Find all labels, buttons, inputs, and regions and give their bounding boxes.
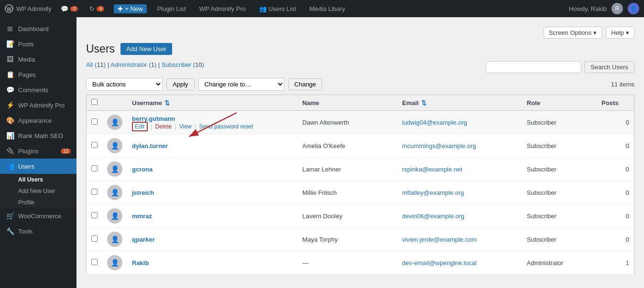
media-library-link[interactable]: Media Libary (306, 5, 348, 12)
sidebar-item-plugins[interactable]: 🔌 Plugins 10 (0, 143, 76, 159)
row-name-cell: Dawn Altenwerth (297, 111, 397, 134)
username-link[interactable]: mmraz (132, 213, 152, 220)
row-checkbox[interactable] (91, 165, 98, 171)
username-link[interactable]: berry.gutmann (132, 115, 175, 122)
table-row: 👤 gcrona Lamar Lehner rspinka@example.ne… (87, 158, 634, 181)
row-checkbox[interactable] (91, 212, 98, 218)
updates-item[interactable]: ↻ 9 (87, 5, 106, 12)
avatar: 👤 (107, 208, 122, 224)
howdy-text: Howdy, Rakib (569, 5, 607, 12)
row-posts-cell: 0 (597, 111, 634, 134)
search-users-input[interactable] (486, 61, 581, 73)
filter-subscriber-link[interactable]: Subscriber (10) (162, 61, 204, 68)
sidebar-label-plugins: Plugins (18, 148, 39, 155)
submenu-all-users[interactable]: All Users (0, 174, 76, 185)
avatar: 👤 (107, 232, 122, 247)
username-link[interactable]: Rakib (132, 259, 149, 267)
row-checkbox[interactable] (91, 189, 98, 195)
sidebar-item-appearance[interactable]: 🎨 Appearance (0, 113, 76, 128)
help-button[interactable]: Help ▾ (606, 27, 634, 39)
sidebar-label-dashboard: Dashboard (18, 25, 49, 32)
change-role-select[interactable]: Change role to… (198, 78, 284, 91)
dashboard-icon: ⊞ (6, 25, 14, 32)
sidebar-item-posts[interactable]: 📝 Posts (0, 36, 76, 52)
delete-link[interactable]: Delete (155, 123, 172, 130)
screen-options-button[interactable]: Screen Options ▾ (544, 27, 602, 39)
send-password-reset-link[interactable]: Send password reset (199, 123, 253, 130)
posts-count-link[interactable]: 1 (626, 259, 629, 267)
sidebar-item-woocommerce[interactable]: 🛒 WooCommerce (0, 208, 76, 224)
row-name-cell: Millie Fritsch (297, 181, 397, 204)
avatar: 👤 (107, 255, 122, 270)
screen-options-bar: Screen Options ▾ Help ▾ (86, 27, 634, 39)
row-name-cell: — (297, 251, 397, 275)
email-link[interactable]: ludwig04@example.org (402, 119, 467, 126)
wp-wrap: ⊞ Dashboard 📝 Posts 🖼 Media 📋 Pages 💬 Co… (0, 17, 644, 288)
username-link[interactable]: gcrona (132, 166, 153, 173)
users-table-body: 👤 berry.gutmann Edit | Delete | View | (87, 111, 634, 275)
new-button[interactable]: ✚ + New (114, 4, 146, 13)
avatar[interactable]: R (611, 3, 623, 14)
email-link[interactable]: dev-email@wpengine.local (402, 259, 477, 267)
select-all-checkbox[interactable] (91, 99, 98, 105)
row-role-cell: Subscriber (522, 228, 597, 251)
edit-button[interactable]: Edit (132, 122, 148, 131)
sidebar-label-appearance: Appearance (18, 117, 52, 124)
email-link[interactable]: vivien.jerde@example.com (402, 236, 477, 243)
row-posts-cell: 0 (597, 158, 634, 181)
sidebar-label-woocommerce: WooCommerce (18, 213, 61, 220)
filter-all-link[interactable]: All (11) (86, 61, 106, 68)
plugins-icon: 🔌 (6, 147, 14, 155)
plugin-list-link[interactable]: Plugin List (154, 5, 189, 12)
user-icon-button[interactable]: 👤 (628, 3, 639, 14)
row-checkbox[interactable] (91, 142, 98, 148)
add-new-user-button[interactable]: Add New User (120, 43, 172, 55)
sidebar-item-pages[interactable]: 📋 Pages (0, 67, 76, 82)
submenu-add-new-user[interactable]: Add New User (0, 185, 76, 197)
sidebar-label-posts: Posts (18, 41, 34, 48)
col-header-username[interactable]: Username ⇅ (127, 95, 297, 111)
comments-icon-item[interactable]: 💬 0 (59, 5, 80, 12)
row-avatar-cell: 👤 (102, 111, 127, 134)
row-checkbox[interactable] (91, 235, 98, 242)
email-link[interactable]: mcummings@example.org (402, 142, 476, 149)
row-checkbox[interactable] (91, 259, 98, 265)
table-row: 👤 jstreich Millie Fritsch mflatley@examp… (87, 181, 634, 204)
site-name: WP Adminify (16, 5, 51, 12)
sidebar-item-wp-adminify-pro[interactable]: ⚡ WP Adminify Pro (0, 97, 76, 113)
sidebar-item-media[interactable]: 🖼 Media (0, 52, 76, 67)
all-count: 11 (97, 61, 103, 68)
row-posts-cell: 0 (597, 204, 634, 228)
col-header-email[interactable]: Email ⇅ (397, 95, 522, 111)
change-button[interactable]: Change (288, 78, 323, 90)
users-list-icon: 👥 (259, 5, 267, 12)
submenu-profile[interactable]: Profile (0, 197, 76, 208)
username-link[interactable]: qparker (132, 236, 155, 243)
sidebar-item-dashboard[interactable]: ⊞ Dashboard (0, 21, 76, 36)
username-link[interactable]: jstreich (132, 189, 154, 196)
page-header: Users Add New User (86, 43, 634, 55)
apply-button[interactable]: Apply (166, 78, 195, 90)
sidebar-label-rank-math-seo: Rank Math SEO (18, 132, 63, 139)
sidebar-item-comments[interactable]: 💬 Comments (0, 82, 76, 97)
email-link[interactable]: rspinka@example.net (402, 166, 462, 173)
sidebar-item-rank-math-seo[interactable]: 📊 Rank Math SEO (0, 128, 76, 143)
row-name-cell: Maya Torphy (297, 228, 397, 251)
wp-adminify-pro-link[interactable]: WP Adminify Pro (196, 5, 249, 12)
view-link[interactable]: View (179, 123, 192, 130)
filter-administrator-link[interactable]: Administrator (1) (110, 61, 156, 68)
site-logo[interactable]: W WP Adminify (5, 4, 51, 13)
sidebar-label-users: Users (18, 163, 34, 170)
users-list-link[interactable]: 👥 Users List (256, 5, 299, 12)
row-name-cell: Lavern Dooley (297, 204, 397, 228)
search-users-button[interactable]: Search Users (584, 61, 634, 73)
email-link[interactable]: mflatley@example.org (402, 189, 464, 196)
row-posts-cell: 1 (597, 251, 634, 275)
bulk-actions-select[interactable]: Bulk actions (86, 78, 163, 91)
row-checkbox[interactable] (91, 118, 98, 125)
sidebar-item-users[interactable]: 👥 Users (0, 159, 76, 174)
rank-math-icon: 📊 (6, 132, 14, 139)
username-link[interactable]: dylan.turner (132, 142, 168, 149)
sidebar-item-tools[interactable]: 🔧 Tools (0, 224, 76, 239)
email-link[interactable]: devin06@example.org (402, 213, 464, 220)
